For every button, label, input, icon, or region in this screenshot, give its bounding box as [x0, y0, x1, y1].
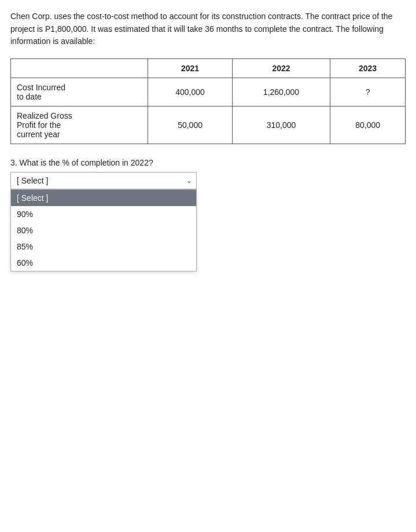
row1-2022: 1,260,000: [232, 78, 330, 107]
question3-text: What is the % of completion in 2022?: [20, 158, 153, 167]
row2-label: Realized GrossProfit for thecurrent year: [11, 107, 148, 144]
table-row: Realized GrossProfit for thecurrent year…: [11, 107, 406, 144]
table-row: Cost Incurredto date 400,000 1,260,000 ?: [11, 78, 406, 107]
dropdown-item-85[interactable]: 85%: [11, 239, 196, 255]
dropdown-item-90[interactable]: 90%: [11, 206, 196, 222]
dropdown-item-80[interactable]: 80%: [11, 222, 196, 239]
row1-label: Cost Incurredto date: [11, 78, 148, 107]
select-wrapper-q3: [ Select ] ⌄ [ Select ] 90% 80% 85% 60%: [10, 172, 197, 189]
question3-block: 3. What is the % of completion in 2022? …: [10, 158, 406, 189]
data-table: 2021 2022 2023 Cost Incurredto date 400,…: [10, 58, 406, 144]
dropdown-item-60[interactable]: 60%: [11, 255, 196, 271]
row1-2023: ?: [330, 78, 406, 107]
dropdown-item-select[interactable]: [ Select ]: [11, 190, 196, 206]
row2-2022: 310,000: [232, 107, 330, 144]
col-header-2021: 2021: [148, 59, 233, 78]
row1-2021: 400,000: [148, 78, 233, 107]
row2-2023: 80,000: [330, 107, 406, 144]
select-box-q3[interactable]: [ Select ]: [10, 172, 197, 189]
select-placeholder-q3: [ Select ]: [17, 176, 48, 185]
col-header-label: [11, 59, 148, 78]
question3-label: 3. What is the % of completion in 2022?: [10, 158, 406, 167]
question3-number: 3.: [10, 158, 17, 167]
dropdown-menu-q3: [ Select ] 90% 80% 85% 60%: [10, 189, 197, 271]
intro-paragraph: Chen Corp. uses the cost-to-cost method …: [10, 10, 406, 48]
row2-2021: 50,000: [148, 107, 233, 144]
col-header-2022: 2022: [232, 59, 330, 78]
col-header-2023: 2023: [330, 59, 406, 78]
